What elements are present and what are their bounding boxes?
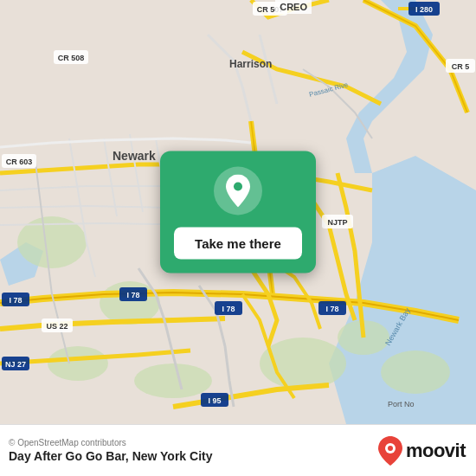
svg-point-10: [48, 346, 108, 381]
svg-point-9: [134, 363, 212, 398]
moovit-logo: moovit: [378, 436, 466, 466]
svg-point-46: [234, 183, 242, 191]
take-me-there-button[interactable]: Take me there: [174, 228, 302, 260]
copyright-text: © OpenStreetMap contributors: [9, 438, 212, 447]
svg-text:NJTP: NJTP: [327, 218, 347, 227]
bottom-left: © OpenStreetMap contributors Day After G…: [9, 438, 212, 463]
map-container: CR 508 CR 507 I 280 CR 5 CR 603 NJ 21 NJ…: [0, 0, 476, 424]
svg-text:I 78: I 78: [325, 305, 338, 313]
svg-text:NJ 27: NJ 27: [5, 360, 26, 369]
creo-badge: CREO: [275, 0, 312, 14]
moovit-pin-icon: [378, 436, 402, 466]
svg-text:US 22: US 22: [46, 322, 68, 331]
svg-point-48: [388, 446, 393, 451]
svg-text:I 78: I 78: [222, 305, 235, 313]
overlay-card: Take me there: [160, 151, 316, 273]
svg-text:Port No: Port No: [388, 400, 415, 408]
svg-text:CR 5: CR 5: [452, 62, 470, 71]
svg-text:I 95: I 95: [208, 396, 221, 405]
svg-text:I 78: I 78: [126, 291, 139, 299]
svg-text:Harrison: Harrison: [229, 58, 272, 70]
svg-point-8: [381, 351, 450, 394]
location-pin-icon: [224, 175, 252, 208]
location-icon-wrap: [214, 167, 262, 215]
svg-text:Newark: Newark: [113, 149, 156, 163]
location-name: Day After Go Go Bar, New York City: [9, 449, 212, 463]
bottom-bar: © OpenStreetMap contributors Day After G…: [0, 424, 476, 476]
svg-text:I 78: I 78: [9, 296, 22, 305]
svg-text:CR 603: CR 603: [6, 158, 33, 166]
moovit-text: moovit: [406, 440, 466, 462]
svg-text:CR 508: CR 508: [58, 54, 85, 62]
svg-text:I 280: I 280: [415, 5, 433, 14]
